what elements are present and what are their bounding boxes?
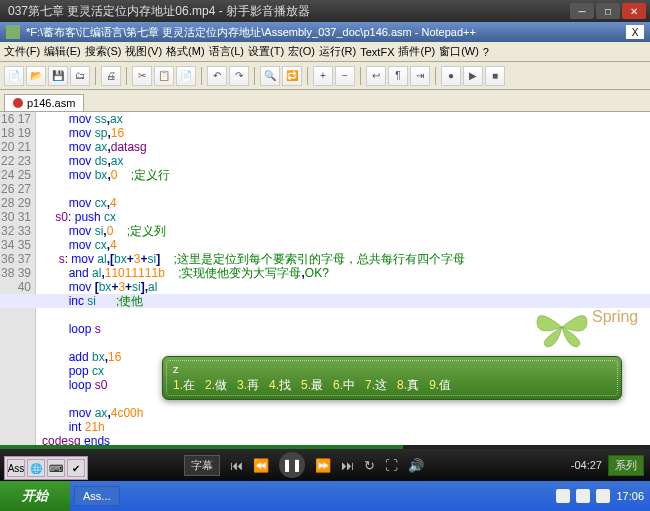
menu-format[interactable]: 格式(M) (166, 44, 205, 59)
npp-tabbar: p146.asm (0, 90, 650, 112)
print-icon[interactable]: 🖨 (101, 66, 121, 86)
ime-candidate[interactable]: 6.中 (333, 377, 355, 394)
menu-file[interactable]: 文件(F) (4, 44, 40, 59)
ime-candidate[interactable]: 1.在 (173, 377, 195, 394)
menu-settings[interactable]: 设置(T) (248, 44, 284, 59)
progress-bar[interactable] (0, 445, 650, 449)
undo-icon[interactable]: ↶ (207, 66, 227, 86)
new-file-icon[interactable]: 📄 (4, 66, 24, 86)
ime-candidate[interactable]: 2.做 (205, 377, 227, 394)
npp-toolbar: 📄 📂 💾 🗂 🖨 ✂ 📋 📄 ↶ ↷ 🔍 🔁 + − (0, 62, 650, 90)
loop-button[interactable]: ↻ (364, 458, 375, 473)
ime-kbd-icon[interactable]: ⌨ (47, 459, 65, 477)
menu-textfx[interactable]: TextFX (360, 46, 394, 58)
rewind-button[interactable]: ⏪ (253, 458, 269, 473)
prev-button[interactable]: ⏮ (230, 458, 243, 473)
tray-icon[interactable] (576, 489, 590, 503)
tray-icon[interactable] (556, 489, 570, 503)
player-titlebar: 037第七章 更灵活定位内存地址06.mp4 - 射手影音播放器 ─ □ ✕ (0, 0, 650, 22)
menu-view[interactable]: 视图(V) (125, 44, 162, 59)
stop-macro-icon[interactable]: ■ (485, 66, 505, 86)
indent-icon[interactable]: ⇥ (410, 66, 430, 86)
start-button[interactable]: 开始 (0, 481, 70, 511)
open-file-icon[interactable]: 📂 (26, 66, 46, 86)
tray-icon[interactable] (596, 489, 610, 503)
player-title: 037第七章 更灵活定位内存地址06.mp4 - 射手影音播放器 (4, 3, 568, 20)
ime-candidate[interactable]: 8.真 (397, 377, 419, 394)
play-macro-icon[interactable]: ▶ (463, 66, 483, 86)
replace-icon[interactable]: 🔁 (282, 66, 302, 86)
menu-run[interactable]: 运行(R) (319, 44, 356, 59)
zoom-in-icon[interactable]: + (313, 66, 333, 86)
time-remaining: -04:27 (554, 459, 602, 471)
series-button[interactable]: 系列 (608, 455, 644, 476)
ime-candidate[interactable]: 4.找 (269, 377, 291, 394)
wordwrap-icon[interactable]: ↩ (366, 66, 386, 86)
subtitle-button[interactable]: 字幕 (184, 455, 220, 476)
npp-menubar: 文件(F) 编辑(E) 搜索(S) 视图(V) 格式(M) 语言(L) 设置(T… (0, 42, 650, 62)
player-controls: 07:17 字幕 ⏮ ⏪ ❚❚ ⏩ ⏭ ↻ ⛶ 🔊 -04:27 系列 (0, 449, 650, 481)
windows-taskbar: 开始 Ass... 17:06 (0, 481, 650, 511)
find-icon[interactable]: 🔍 (260, 66, 280, 86)
minimize-button[interactable]: ─ (570, 3, 594, 19)
taskbar-item[interactable]: Ass... (74, 486, 120, 506)
tab-p146[interactable]: p146.asm (4, 94, 84, 111)
npp-titlebar: *F:\蓄布客\汇编语言\第七章 更灵活定位内存地址\Assembly_037_… (0, 22, 650, 42)
paste-icon[interactable]: 📄 (176, 66, 196, 86)
menu-plugins[interactable]: 插件(P) (398, 44, 435, 59)
redo-icon[interactable]: ↷ (229, 66, 249, 86)
record-macro-icon[interactable]: ● (441, 66, 461, 86)
unsaved-icon (13, 98, 23, 108)
line-gutter: 16 17 18 19 20 21 22 23 24 25 26 27 28 2… (0, 112, 36, 449)
ime-candidate-bar: z 1.在2.做3.再4.找5.最6.中7.这8.真9.值 (162, 356, 622, 400)
show-chars-icon[interactable]: ¶ (388, 66, 408, 86)
npp-title: *F:\蓄布客\汇编语言\第七章 更灵活定位内存地址\Assembly_037_… (26, 25, 476, 40)
menu-language[interactable]: 语言(L) (209, 44, 244, 59)
menu-help[interactable]: ? (483, 46, 489, 58)
ime-globe-icon[interactable]: 🌐 (27, 459, 45, 477)
cut-icon[interactable]: ✂ (132, 66, 152, 86)
tab-label: p146.asm (27, 97, 75, 109)
ime-input: z (173, 363, 611, 375)
save-icon[interactable]: 💾 (48, 66, 68, 86)
menu-macro[interactable]: 宏(O) (288, 44, 315, 59)
volume-button[interactable]: 🔊 (408, 458, 424, 473)
npp-close-button[interactable]: X (626, 25, 644, 39)
clock[interactable]: 17:06 (616, 490, 644, 502)
fullscreen-button[interactable]: ⛶ (385, 458, 398, 473)
ime-candidate[interactable]: 3.再 (237, 377, 259, 394)
forward-button[interactable]: ⏩ (315, 458, 331, 473)
menu-window[interactable]: 窗口(W) (439, 44, 479, 59)
ime-candidate[interactable]: 9.值 (429, 377, 451, 394)
copy-icon[interactable]: 📋 (154, 66, 174, 86)
ime-opt-icon[interactable]: ✔ (67, 459, 85, 477)
save-all-icon[interactable]: 🗂 (70, 66, 90, 86)
next-button[interactable]: ⏭ (341, 458, 354, 473)
zoom-out-icon[interactable]: − (335, 66, 355, 86)
ime-toolbar[interactable]: Ass 🌐 ⌨ ✔ (4, 456, 88, 480)
close-button[interactable]: ✕ (622, 3, 646, 19)
ime-mode-icon[interactable]: Ass (7, 459, 25, 477)
maximize-button[interactable]: □ (596, 3, 620, 19)
pause-button[interactable]: ❚❚ (279, 452, 305, 478)
ime-candidate[interactable]: 5.最 (301, 377, 323, 394)
npp-app-icon (6, 25, 20, 39)
menu-edit[interactable]: 编辑(E) (44, 44, 81, 59)
menu-search[interactable]: 搜索(S) (85, 44, 122, 59)
ime-candidates[interactable]: 1.在2.做3.再4.找5.最6.中7.这8.真9.值 (173, 377, 611, 394)
ime-candidate[interactable]: 7.这 (365, 377, 387, 394)
